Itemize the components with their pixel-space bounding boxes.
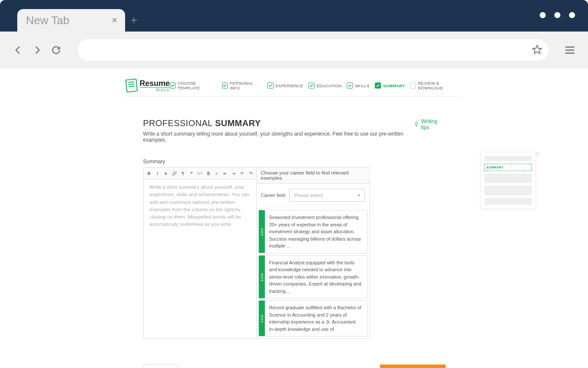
checkbox-icon — [222, 82, 228, 89]
logo-text: Resume — [140, 79, 170, 87]
lightbulb-icon — [414, 121, 419, 128]
site-header: Resume BUILD CHOOSE TEMPLATEPERSONAL INF… — [126, 73, 462, 97]
chevron-down-icon: ▾ — [358, 193, 360, 198]
forward-icon[interactable] — [31, 44, 43, 56]
examples-header: Choose your career field to find relevan… — [257, 168, 369, 184]
step-label: SUMMARY — [383, 83, 405, 88]
logo-icon — [125, 79, 138, 93]
page-title: PROFESSIONAL SUMMARY — [143, 118, 414, 128]
back-icon[interactable] — [12, 44, 24, 56]
ulist-icon[interactable]: ≣ — [204, 169, 212, 177]
checkbox-icon — [267, 82, 274, 89]
summary-editor[interactable]: Write a short summary about yourself, yo… — [144, 179, 256, 281]
logo[interactable]: Resume BUILD — [126, 79, 170, 92]
summary-label: Summary — [143, 159, 445, 165]
code-icon[interactable]: </> — [196, 169, 204, 177]
step-experience[interactable]: EXPERIENCE — [267, 82, 303, 89]
hamburger-menu-icon[interactable] — [564, 44, 576, 56]
tab-title: New Tab — [26, 14, 69, 27]
step-choose-template[interactable]: CHOOSE TEMPLATE — [170, 81, 217, 90]
window-controls — [540, 12, 575, 18]
url-bar[interactable] — [78, 39, 548, 61]
link-icon[interactable]: 🔗 — [170, 169, 178, 177]
example-text[interactable]: Seasoned investment professional offerin… — [265, 210, 367, 253]
checkbox-icon — [375, 82, 381, 89]
page-subtitle: Write a short summary telling more about… — [143, 131, 414, 143]
quote-icon[interactable]: ❝ — [188, 169, 195, 177]
step-review-download[interactable]: REVIEW & DOWNLOAD — [410, 81, 462, 90]
progress-steps: CHOOSE TEMPLATEPERSONAL INFOEXPERIENCEED… — [170, 81, 462, 90]
checkbox-icon — [347, 82, 353, 89]
browser-toolbar — [0, 32, 588, 69]
svg-marker-0 — [533, 45, 541, 54]
step-label: EXPERIENCE — [276, 83, 303, 88]
step-education[interactable]: EDUCATION — [308, 82, 342, 89]
reload-icon[interactable] — [50, 44, 62, 56]
step-label: SKILLS — [355, 83, 370, 88]
checkbox-icon — [170, 82, 176, 89]
step-summary[interactable]: SUMMARY — [375, 82, 405, 89]
editor-toolbar: BIS🔗¶❝</>≣≡⇤⇥↶↷ — [144, 168, 256, 179]
window-control-dot[interactable] — [554, 12, 560, 18]
italic-icon[interactable]: I — [154, 169, 161, 177]
redo-icon[interactable]: ↷ — [247, 169, 255, 177]
preview-section-label: SUMMARY — [487, 166, 530, 169]
example-text[interactable]: Financial Analyst equipped with the tool… — [265, 256, 367, 298]
strike-icon[interactable]: S — [162, 169, 170, 177]
bookmark-star-icon[interactable] — [532, 44, 542, 57]
step-personal-info[interactable]: PERSONAL INFO — [222, 81, 262, 90]
pilcrow-icon[interactable]: ¶ — [179, 169, 187, 177]
example-item: ADDSeasoned investment professional offe… — [258, 210, 368, 254]
olist-icon[interactable]: ≡ — [213, 169, 220, 177]
examples-list: ADDSeasoned investment professional offe… — [257, 208, 369, 338]
step-skills[interactable]: SKILLS — [347, 82, 370, 89]
step-label: EDUCATION — [317, 83, 342, 88]
example-text[interactable]: Recent graduate outfitted with a Bachelo… — [265, 301, 367, 336]
browser-titlebar: New Tab × + — [0, 0, 588, 32]
add-example-button[interactable]: ADD — [259, 256, 265, 298]
step-label: PERSONAL INFO — [230, 81, 262, 90]
career-field-label: Career field — [261, 193, 286, 198]
career-field-select[interactable]: Please select ▾ — [289, 189, 365, 202]
checkbox-icon — [308, 82, 314, 89]
example-item: ADDRecent graduate outfitted with a Bach… — [258, 300, 368, 336]
window-control-dot[interactable] — [569, 12, 575, 18]
checkbox-icon — [410, 82, 416, 89]
example-item: ADDFinancial Analyst equipped with the t… — [258, 255, 368, 299]
step-label: REVIEW & DOWNLOAD — [418, 81, 462, 90]
indent-icon[interactable]: ⇥ — [230, 169, 238, 177]
editor-area: BIS🔗¶❝</>≣≡⇤⇥↶↷ Write a short summary ab… — [143, 167, 370, 339]
outdent-icon[interactable]: ⇤ — [221, 169, 229, 177]
step-label: CHOOSE TEMPLATE — [178, 81, 217, 90]
back-button[interactable]: BACK — [143, 365, 179, 368]
bold-icon[interactable]: B — [145, 169, 153, 177]
writing-tips-link[interactable]: Writing tips — [414, 118, 445, 130]
window-control-dot[interactable] — [540, 12, 546, 18]
logo-subtext: BUILD — [140, 87, 170, 92]
browser-tab[interactable]: New Tab × — [17, 9, 125, 32]
add-example-button[interactable]: ADD — [259, 301, 265, 336]
undo-icon[interactable]: ↶ — [238, 169, 246, 177]
close-icon[interactable]: × — [112, 15, 117, 26]
save-next-button[interactable]: SAVE & NEXT — [380, 365, 445, 368]
new-tab-button[interactable]: + — [130, 13, 137, 27]
resume-preview[interactable]: SUMMARY — [481, 152, 536, 209]
add-example-button[interactable]: ADD — [259, 210, 265, 253]
